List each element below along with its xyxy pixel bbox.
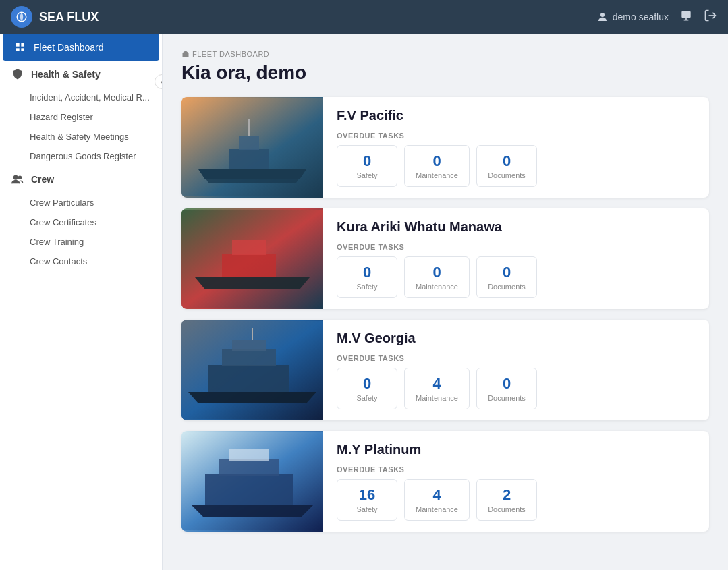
svg-rect-32 xyxy=(229,449,269,461)
sidebar-item-crew-contacts[interactable]: Crew Contacts xyxy=(0,252,162,271)
task-box-kura-ariki-maintenance[interactable]: 0Maintenance xyxy=(404,256,470,298)
overdue-label-fv-pacific: OVERDUE TASKS xyxy=(337,132,696,140)
sidebar-item-hazard-register[interactable]: Hazard Register xyxy=(0,107,162,127)
task-box-fv-pacific-safety[interactable]: 0Safety xyxy=(337,145,397,187)
overdue-label-my-platinum: OVERDUE TASKS xyxy=(337,465,696,474)
logout-button[interactable] xyxy=(704,9,717,26)
vessel-list: F.V PacificOVERDUE TASKS0Safety0Maintena… xyxy=(181,97,709,532)
task-number: 0 xyxy=(488,375,526,393)
task-number: 2 xyxy=(488,486,526,504)
vessel-card-kura-ariki[interactable]: Kura Ariki Whatu ManawaOVERDUE TASKS0Saf… xyxy=(181,208,709,309)
svg-rect-25 xyxy=(222,349,276,366)
task-number: 0 xyxy=(348,264,386,281)
sidebar: ‹ Fleet Dashboard Health & Safety Incide… xyxy=(0,34,163,570)
sidebar-item-crew-training[interactable]: Crew Training xyxy=(0,232,162,252)
svg-rect-2 xyxy=(681,11,690,18)
health-safety-label: Health & Safety xyxy=(31,69,101,80)
grid-icon xyxy=(13,40,27,54)
sidebar-item-crew-particulars[interactable]: Crew Particulars xyxy=(0,193,162,212)
task-label: Maintenance xyxy=(416,394,458,402)
vessel-image-mv-georgia xyxy=(181,320,323,420)
sidebar-item-incident-accident[interactable]: Incident, Accident, Medical R... xyxy=(0,88,162,107)
svg-point-1 xyxy=(600,13,605,17)
tasks-row-kura-ariki: 0Safety0Maintenance0Documents xyxy=(337,256,696,298)
health-safety-submenu: Incident, Accident, Medical R... Hazard … xyxy=(0,88,162,166)
user-name: demo seaflux xyxy=(613,11,669,22)
svg-rect-15 xyxy=(239,136,259,150)
svg-rect-8 xyxy=(16,48,20,51)
svg-rect-30 xyxy=(205,474,293,505)
svg-rect-20 xyxy=(222,254,276,277)
task-label: Maintenance xyxy=(416,171,458,179)
task-number: 16 xyxy=(348,486,386,504)
task-label: Safety xyxy=(348,394,386,402)
task-box-fv-pacific-maintenance[interactable]: 0Maintenance xyxy=(404,145,470,187)
task-box-kura-ariki-documents[interactable]: 0Documents xyxy=(476,256,537,298)
svg-rect-26 xyxy=(232,340,266,351)
task-box-mv-georgia-safety[interactable]: 0Safety xyxy=(337,368,397,409)
tasks-row-mv-georgia: 0Safety4Maintenance0Documents xyxy=(337,368,696,409)
task-label: Maintenance xyxy=(416,283,458,291)
svg-point-11 xyxy=(18,176,21,179)
breadcrumb: FLEET DASHBOARD xyxy=(181,50,709,58)
user-icon xyxy=(596,11,609,23)
task-box-mv-georgia-maintenance[interactable]: 4Maintenance xyxy=(404,368,470,409)
svg-point-10 xyxy=(13,175,18,179)
sidebar-item-health-safety-meetings[interactable]: Health & Safety Meetings xyxy=(0,127,162,146)
task-number: 0 xyxy=(488,152,526,170)
task-number: 0 xyxy=(488,264,526,281)
task-label: Documents xyxy=(488,283,526,291)
sidebar-item-health-safety[interactable]: Health & Safety xyxy=(0,61,162,88)
task-box-my-platinum-documents[interactable]: 2Documents xyxy=(476,479,537,521)
task-label: Documents xyxy=(488,171,526,179)
sidebar-item-crew[interactable]: Crew xyxy=(0,166,162,193)
app-logo[interactable]: SEA FLUX xyxy=(11,6,99,28)
vessel-card-fv-pacific[interactable]: F.V PacificOVERDUE TASKS0Safety0Maintena… xyxy=(181,97,709,198)
sidebar-item-crew-certificates[interactable]: Crew Certificates xyxy=(0,212,162,232)
vessel-info-my-platinum: M.Y PlatinumOVERDUE TASKS16Safety4Mainte… xyxy=(323,431,709,532)
vessel-image-my-platinum xyxy=(181,431,323,532)
task-number: 0 xyxy=(348,375,386,393)
task-number: 0 xyxy=(416,264,458,281)
svg-rect-24 xyxy=(208,365,289,392)
task-number: 4 xyxy=(416,486,458,504)
task-label: Safety xyxy=(348,171,386,179)
page-title: Kia ora, demo xyxy=(181,62,709,84)
tasks-row-my-platinum: 16Safety4Maintenance2Documents xyxy=(337,479,696,521)
task-label: Safety xyxy=(348,505,386,513)
task-label: Documents xyxy=(488,394,526,402)
main-layout: ‹ Fleet Dashboard Health & Safety Incide… xyxy=(0,34,728,570)
tasks-row-fv-pacific: 0Safety0Maintenance0Documents xyxy=(337,145,696,187)
task-box-kura-ariki-safety[interactable]: 0Safety xyxy=(337,256,397,298)
topnav-right: demo seaflux xyxy=(596,9,717,26)
notifications-button[interactable] xyxy=(679,9,693,26)
logo-icon xyxy=(11,6,32,28)
vessel-image-fv-pacific xyxy=(181,97,323,198)
task-number: 0 xyxy=(416,152,458,170)
svg-marker-23 xyxy=(188,392,316,403)
crew-submenu: Crew Particulars Crew Certificates Crew … xyxy=(0,193,162,271)
task-number: 4 xyxy=(416,375,458,393)
vessel-info-mv-georgia: M.V GeorgiaOVERDUE TASKS0Safety4Maintena… xyxy=(323,320,709,420)
crew-label: Crew xyxy=(31,174,54,185)
task-label: Documents xyxy=(488,505,526,513)
task-box-my-platinum-maintenance[interactable]: 4Maintenance xyxy=(404,479,470,521)
user-menu[interactable]: demo seaflux xyxy=(596,11,669,23)
vessel-card-mv-georgia[interactable]: M.V GeorgiaOVERDUE TASKS0Safety4Maintena… xyxy=(181,320,709,420)
main-content: FLEET DASHBOARD Kia ora, demo F.V Pacifi… xyxy=(163,34,728,570)
task-box-mv-georgia-documents[interactable]: 0Documents xyxy=(476,368,537,409)
task-box-fv-pacific-documents[interactable]: 0Documents xyxy=(476,145,537,187)
svg-rect-14 xyxy=(229,149,269,173)
fleet-dashboard-label: Fleet Dashboard xyxy=(34,42,104,53)
top-navigation: SEA FLUX demo seaflux xyxy=(0,0,728,34)
sidebar-item-dangerous-goods[interactable]: Dangerous Goods Register xyxy=(0,146,162,166)
vessel-card-my-platinum[interactable]: M.Y PlatinumOVERDUE TASKS16Safety4Mainte… xyxy=(181,431,709,532)
boat-silhouette xyxy=(181,97,323,198)
sidebar-item-fleet-dashboard[interactable]: Fleet Dashboard xyxy=(3,34,159,61)
vessel-info-fv-pacific: F.V PacificOVERDUE TASKS0Safety0Maintena… xyxy=(323,97,709,198)
shield-icon xyxy=(11,67,24,81)
boat-silhouette xyxy=(181,320,323,420)
task-box-my-platinum-safety[interactable]: 16Safety xyxy=(337,479,397,521)
vessel-name-fv-pacific: F.V Pacific xyxy=(337,108,696,123)
task-number: 0 xyxy=(348,152,386,170)
